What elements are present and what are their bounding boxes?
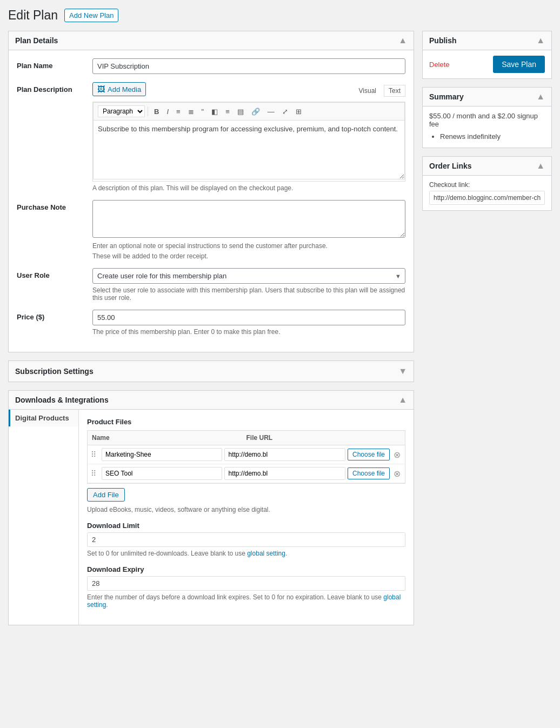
downloads-content: Product Files Name File URL ⠿ xyxy=(79,410,414,625)
plan-details-header: Plan Details ▲ xyxy=(9,31,414,50)
add-media-label: Add Media xyxy=(108,85,141,93)
download-limit-hint: Set to 0 for unlimited re-downloads. Lea… xyxy=(87,550,405,557)
col-url-header: File URL xyxy=(246,434,401,442)
delete-link[interactable]: Delete xyxy=(429,61,450,69)
summary-panel: Summary ▲ $55.00 / month and a $2.00 sig… xyxy=(422,87,552,148)
download-limit-label: Download Limit xyxy=(87,522,405,530)
file-url-input[interactable] xyxy=(224,448,345,461)
save-plan-button[interactable]: Save Plan xyxy=(493,56,545,73)
summary-body: $55.00 / month and a $2.00 signup fee Re… xyxy=(423,106,551,148)
add-new-plan-button[interactable]: Add New Plan xyxy=(64,9,118,22)
horizontal-rule-button[interactable]: — xyxy=(264,106,278,117)
user-role-field: Create user role for this membership pla… xyxy=(92,268,405,302)
plan-description-row: Plan Description 🖼 Add Media Visual Text xyxy=(17,82,405,192)
product-files-label: Product Files xyxy=(87,418,405,426)
user-role-label: User Role xyxy=(17,268,92,302)
toolbar-separator xyxy=(148,106,148,116)
plan-details-title: Plan Details xyxy=(15,36,58,45)
downloads-header: Downloads & Integrations ▲ xyxy=(9,391,414,410)
download-expiry-hint: Enter the number of days before a downlo… xyxy=(87,593,405,609)
plan-details-body: Plan Name Plan Description 🖼 Ad xyxy=(9,50,414,352)
price-field: The price of this membership plan. Enter… xyxy=(92,310,405,336)
choose-file-button[interactable]: Choose file xyxy=(348,449,390,460)
align-center-button[interactable]: ≡ xyxy=(222,106,233,117)
publish-actions: Delete Save Plan xyxy=(423,50,551,78)
order-links-header: Order Links ▲ xyxy=(423,157,551,176)
price-row: Price ($) The price of this membership p… xyxy=(17,310,405,336)
remove-file-icon[interactable]: ⊗ xyxy=(392,450,402,460)
subscription-settings-panel[interactable]: Subscription Settings ▼ xyxy=(8,360,414,382)
plan-description-label: Plan Description xyxy=(17,82,92,192)
page-title: Edit Plan xyxy=(8,8,58,23)
fullscreen-button[interactable]: ⤢ xyxy=(279,106,291,117)
unordered-list-button[interactable]: ≡ xyxy=(173,106,184,117)
downloads-collapse-icon[interactable]: ▲ xyxy=(398,395,407,405)
downloads-body: Digital Products Product Files Name File… xyxy=(9,410,414,625)
ordered-list-button[interactable]: ≣ xyxy=(185,106,197,117)
summary-header: Summary ▲ xyxy=(423,88,551,106)
table-button[interactable]: ⊞ xyxy=(292,106,305,117)
file-url-input[interactable] xyxy=(224,467,345,480)
add-media-button[interactable]: 🖼 Add Media xyxy=(92,82,146,96)
download-limit-row: Download Limit Set to 0 for unlimited re… xyxy=(87,522,405,557)
plan-name-row: Plan Name xyxy=(17,58,405,74)
download-limit-input[interactable] xyxy=(87,532,405,547)
drag-handle-icon[interactable]: ⠿ xyxy=(91,469,99,478)
bold-button[interactable]: B xyxy=(151,106,162,117)
purchase-note-field: Enter an optional note or special instru… xyxy=(92,200,405,260)
link-button[interactable]: 🔗 xyxy=(248,106,263,117)
order-links-body: Checkout link: xyxy=(423,176,551,210)
editor-toolbar: Paragraph B I ≡ ≣ " ◧ ≡ xyxy=(93,102,405,120)
download-expiry-input[interactable] xyxy=(87,576,405,591)
italic-button[interactable]: I xyxy=(163,106,172,117)
download-limit-link[interactable]: global setting xyxy=(247,550,285,557)
file-name-input[interactable] xyxy=(102,467,222,480)
summary-collapse-icon[interactable]: ▲ xyxy=(536,92,545,102)
drag-handle-icon[interactable]: ⠿ xyxy=(91,450,99,459)
description-textarea[interactable]: Subscribe to this membership program for… xyxy=(93,120,405,179)
user-role-select[interactable]: Create user role for this membership pla… xyxy=(92,268,405,284)
table-row: ⠿ Choose file ⊗ xyxy=(88,445,405,464)
purchase-note-textarea[interactable] xyxy=(92,200,405,238)
price-input[interactable] xyxy=(92,310,405,325)
choose-file-button[interactable]: Choose file xyxy=(348,467,390,479)
text-tab[interactable]: Text xyxy=(384,85,405,97)
align-right-button[interactable]: ▤ xyxy=(234,106,247,117)
add-file-button[interactable]: Add File xyxy=(87,488,125,502)
remove-file-icon[interactable]: ⊗ xyxy=(392,469,402,479)
purchase-note-hint2: These will be added to the order receipt… xyxy=(92,252,405,260)
add-media-icon: 🖼 xyxy=(97,85,105,93)
digital-products-tab[interactable]: Digital Products xyxy=(9,410,78,426)
align-left-button[interactable]: ◧ xyxy=(208,106,221,117)
publish-collapse-icon[interactable]: ▲ xyxy=(536,36,545,45)
price-label: Price ($) xyxy=(17,310,92,336)
file-name-input[interactable] xyxy=(102,448,222,461)
purchase-note-label: Purchase Note xyxy=(17,200,92,260)
downloads-title: Downloads & Integrations xyxy=(15,396,109,404)
collapse-icon[interactable]: ▲ xyxy=(398,36,407,45)
summary-list: Renews indefinitely xyxy=(429,132,545,141)
purchase-note-row: Purchase Note Enter an optional note or … xyxy=(17,200,405,260)
editor-wrapper: Paragraph B I ≡ ≣ " ◧ ≡ xyxy=(92,102,405,182)
publish-header: Publish ▲ xyxy=(423,31,551,50)
files-table-header: Name File URL xyxy=(88,431,405,445)
user-role-hint: Select the user role to associate with t… xyxy=(92,286,405,302)
blockquote-button[interactable]: " xyxy=(198,106,208,117)
download-expiry-label: Download Expiry xyxy=(87,565,405,573)
downloads-tab-sidebar: Digital Products xyxy=(9,410,79,625)
paragraph-select[interactable]: Paragraph xyxy=(98,105,145,117)
downloads-panel: Downloads & Integrations ▲ Digital Produ… xyxy=(8,390,414,625)
visual-tab[interactable]: Visual xyxy=(354,85,381,97)
order-links-collapse-icon[interactable]: ▲ xyxy=(536,161,545,171)
subscription-collapse-icon[interactable]: ▼ xyxy=(398,366,407,376)
download-expiry-row: Download Expiry Enter the number of days… xyxy=(87,565,405,609)
checkout-label: Checkout link: xyxy=(429,181,545,189)
checkout-input[interactable] xyxy=(429,191,545,205)
files-table: Name File URL ⠿ Choose file ⊗ xyxy=(87,430,405,484)
plan-name-input[interactable] xyxy=(92,58,405,74)
user-role-row: User Role Create user role for this memb… xyxy=(17,268,405,302)
price-hint: The price of this membership plan. Enter… xyxy=(92,328,405,336)
user-role-select-wrapper: Create user role for this membership pla… xyxy=(92,268,405,284)
purchase-note-hint1: Enter an optional note or special instru… xyxy=(92,242,405,250)
plan-name-label: Plan Name xyxy=(17,58,92,74)
